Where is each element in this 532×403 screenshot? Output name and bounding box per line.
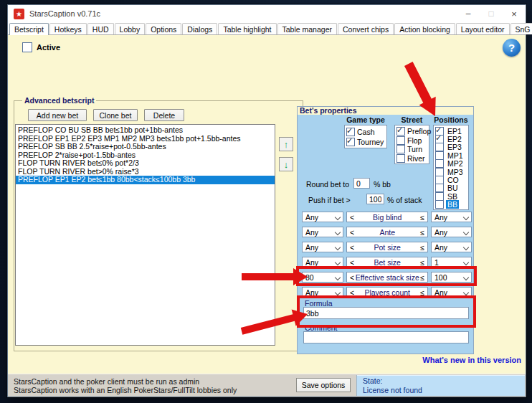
- chevron-down-icon: [335, 260, 341, 265]
- street-header: Street: [393, 115, 431, 124]
- advanced-betscript-label: Advanced betscript: [22, 96, 96, 105]
- tab-action-blocking[interactable]: Action blocking: [394, 23, 455, 34]
- betscript-list-item[interactable]: PREFLOP 2*raise+pot-1.5bb-antes: [16, 151, 275, 160]
- formula-input[interactable]: [303, 307, 469, 319]
- push-if-input[interactable]: [366, 194, 384, 204]
- betscript-list-item[interactable]: PREFLOP CO BU SB BB bet≤1bb pot+1bb-ante…: [16, 126, 275, 135]
- ep1-label: EP1: [446, 127, 463, 136]
- big-blind-range-button[interactable]: <Big blind≤: [346, 212, 428, 222]
- bu-checkbox[interactable]: [435, 184, 444, 192]
- mp1-checkbox[interactable]: [435, 151, 444, 160]
- preflop-checkbox[interactable]: [396, 127, 405, 136]
- players-count-range-button[interactable]: <Players count≤: [346, 287, 428, 298]
- tab-hud[interactable]: HUD: [87, 23, 114, 34]
- pot-size-max-dropdown[interactable]: Any: [431, 242, 472, 252]
- river-checkbox[interactable]: [396, 154, 405, 163]
- tab-dialogs[interactable]: Dialogs: [182, 23, 217, 34]
- minimize-button[interactable]: –: [457, 5, 480, 22]
- position-co[interactable]: CO: [435, 176, 467, 184]
- tab-bar: Betscript Hotkeys HUD Lobby Options Dial…: [8, 22, 526, 35]
- tourney-label: Tourney: [357, 138, 384, 146]
- bet-size-min-dropdown[interactable]: Any: [302, 257, 343, 267]
- betscript-list-item[interactable]: PREFLOP EP1 EP2 bet≤1bb 80bb<stack≤100bb…: [16, 176, 275, 184]
- tab-betscript[interactable]: Betscript: [9, 23, 49, 35]
- move-bet-down-button[interactable]: ↓: [279, 157, 293, 171]
- chevron-down-icon: [335, 214, 341, 220]
- delete-bet-button[interactable]: Delete: [144, 109, 184, 121]
- betscript-list-item[interactable]: FLOP TURN RIVER bet≤0% pot*2/3: [16, 159, 275, 168]
- active-checkbox[interactable]: [22, 42, 32, 52]
- game-type-tourney[interactable]: Tourney: [346, 137, 385, 147]
- move-bet-up-button[interactable]: ↑: [279, 137, 293, 151]
- window-title: StarsCaption v0.71c: [29, 9, 100, 18]
- add-new-bet-button[interactable]: Add new bet: [28, 109, 87, 121]
- betscript-list-item[interactable]: FLOP TURN RIVER bet>0% raise*3: [16, 168, 275, 176]
- street-river[interactable]: River: [396, 154, 427, 163]
- pot-size-range-button[interactable]: <Pot size≤: [346, 242, 428, 252]
- tab-options[interactable]: Options: [146, 23, 181, 34]
- ante-range-button[interactable]: <Ante≤: [346, 227, 428, 237]
- position-mp3[interactable]: MP3: [435, 168, 467, 176]
- close-button[interactable]: ×: [503, 5, 526, 22]
- co-checkbox[interactable]: [435, 176, 444, 184]
- ep3-checkbox[interactable]: [435, 143, 444, 151]
- pot-size-min-dropdown[interactable]: Any: [302, 242, 343, 252]
- bet-size-max-dropdown[interactable]: 1: [431, 257, 472, 267]
- bu-label: BU: [446, 184, 460, 192]
- bets-properties-panel: Bet's properties Game type Street Positi…: [297, 106, 474, 354]
- street-flop[interactable]: Flop: [396, 136, 427, 146]
- tab-table-manager[interactable]: Table manager: [277, 23, 337, 34]
- preflop-label: Preflop: [407, 127, 431, 136]
- tab-sng-registrator[interactable]: SnG registrator: [510, 23, 532, 34]
- effective-stack-max-dropdown[interactable]: 100: [431, 272, 472, 283]
- position-sb[interactable]: SB: [435, 192, 467, 200]
- game-type-cash[interactable]: Cash: [346, 127, 385, 137]
- tab-table-highlight[interactable]: Table highlight: [218, 23, 276, 34]
- tab-layout-editor[interactable]: Layout editor: [456, 23, 510, 34]
- cash-checkbox[interactable]: [346, 128, 355, 136]
- comment-input[interactable]: [303, 331, 469, 343]
- players-count-max-dropdown[interactable]: Any: [431, 287, 472, 298]
- position-bu[interactable]: BU: [435, 184, 467, 192]
- tab-lobby[interactable]: Lobby: [115, 23, 146, 34]
- ep2-checkbox[interactable]: [435, 135, 444, 143]
- position-mp2[interactable]: MP2: [435, 160, 467, 168]
- betscript-list-item[interactable]: PREFLOP SB BB 2.5*raise+pot-0.5bb-antes: [16, 143, 275, 151]
- round-bet-input[interactable]: [353, 178, 370, 189]
- betscript-list[interactable]: PREFLOP CO BU SB BB bet≤1bb pot+1bb-ante…: [15, 124, 275, 346]
- title-bar[interactable]: ★ StarsCaption v0.71c – □ ×: [8, 5, 526, 22]
- arrow-up-icon: ↑: [284, 139, 289, 150]
- effective-stack-range-button[interactable]: <Effective stack size≤: [346, 272, 428, 283]
- maximize-button[interactable]: □: [480, 5, 503, 22]
- whats-new-link[interactable]: What's new in this version: [422, 356, 521, 364]
- help-icon[interactable]: ?: [503, 39, 521, 57]
- ante-max-dropdown[interactable]: Any: [431, 227, 472, 237]
- street-preflop[interactable]: Preflop: [396, 127, 427, 136]
- big-blind-max-dropdown[interactable]: Any: [431, 212, 472, 222]
- betscript-list-item[interactable]: PREFLOP EP1 EP2 EP3 MP1 MP2 MP3 bet≤1bb …: [16, 135, 275, 143]
- active-checkbox-row[interactable]: Active: [22, 42, 60, 52]
- effective-stack-min-dropdown[interactable]: 80: [302, 272, 343, 283]
- street-turn[interactable]: Turn: [396, 145, 427, 154]
- position-bb[interactable]: BB: [435, 201, 467, 209]
- tourney-checkbox[interactable]: [346, 138, 355, 146]
- bet-size-range-button[interactable]: <Bet size≤: [346, 257, 428, 267]
- players-count-min-dropdown[interactable]: Any: [302, 287, 343, 298]
- position-ep3[interactable]: EP3: [435, 143, 467, 151]
- arrow-down-icon: ↓: [284, 159, 289, 170]
- clone-bet-button[interactable]: Clone bet: [93, 109, 138, 121]
- tab-hotkeys[interactable]: Hotkeys: [49, 23, 87, 34]
- position-mp1[interactable]: MP1: [435, 151, 467, 159]
- ante-min-dropdown[interactable]: Any: [302, 227, 343, 237]
- flop-checkbox[interactable]: [396, 136, 405, 145]
- turn-checkbox[interactable]: [396, 145, 405, 153]
- sb-checkbox[interactable]: [435, 192, 444, 201]
- mp3-checkbox[interactable]: [435, 168, 444, 176]
- save-options-button[interactable]: Save options: [296, 378, 351, 392]
- position-ep2[interactable]: EP2: [435, 135, 467, 143]
- tab-convert-chips[interactable]: Convert chips: [338, 23, 394, 34]
- big-blind-min-dropdown[interactable]: Any: [302, 212, 343, 222]
- mp3-label: MP3: [446, 168, 465, 176]
- mp2-checkbox[interactable]: [435, 159, 444, 168]
- bb-checkbox[interactable]: [435, 200, 444, 209]
